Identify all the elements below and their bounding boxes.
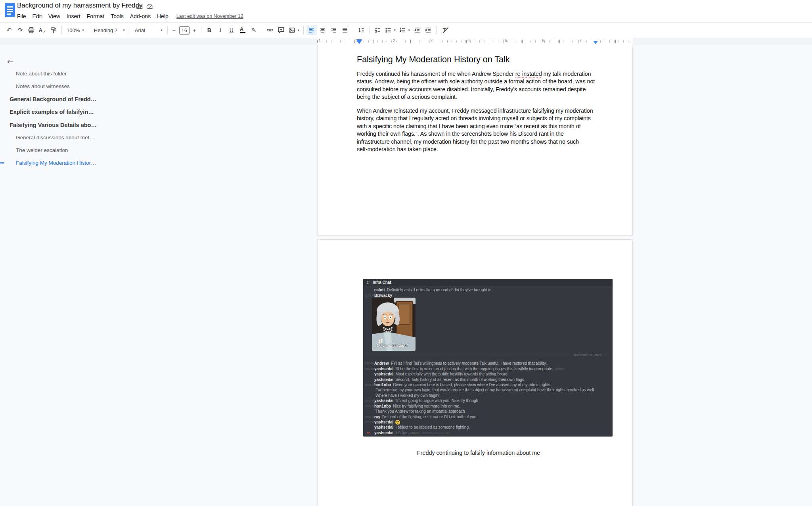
toolbar-divider <box>89 26 89 34</box>
align-right-button[interactable] <box>329 25 339 35</box>
outline-item[interactable]: Explicit examples of falsifyin… <box>10 109 94 115</box>
chevron-down-icon: ▾ <box>123 28 125 32</box>
numbered-list-icon <box>399 27 406 34</box>
zoom-select[interactable]: 100% ▾ <box>64 27 86 33</box>
menu-add-ons[interactable]: Add-ons <box>127 12 154 20</box>
chat-message-continuation: Furthermore, by your own logic, that wou… <box>363 387 613 392</box>
highlight-color-button[interactable]: ✎ <box>249 25 259 35</box>
outline-item[interactable]: The welder escalation <box>16 147 68 153</box>
menu-bar: File Edit View Insert Format Tools Add-o… <box>16 12 243 20</box>
menu-tools[interactable]: Tools <box>107 12 127 20</box>
increase-indent-button[interactable] <box>423 25 433 35</box>
move-to-folder-icon[interactable] <box>136 4 143 9</box>
text-color-button[interactable]: A <box>237 25 248 35</box>
paragraph-1[interactable]: status. Andrew, being the officer with s… <box>357 78 600 101</box>
insert-link-button[interactable] <box>265 25 275 35</box>
toolbar: ↶ ↷ A ✓ 100% ▾ Heading 2 ▾ <box>0 23 812 38</box>
chat-message-row: ealott Definitely ants. Looks like a mou… <box>363 287 613 292</box>
document-heading[interactable]: Falsifying My Moderation History on Talk <box>357 55 510 65</box>
chat-message-row: 10:09 AMrayI'm tired of the fighting, cu… <box>363 414 613 419</box>
underline-icon: U <box>230 27 234 33</box>
chat-message-row: yashsedaiI object to be labeled as someo… <box>363 425 613 430</box>
toolbar-divider <box>436 26 437 34</box>
chat-message-row: 10:10 AMyashsedai <box>363 419 613 425</box>
menu-format[interactable]: Format <box>84 12 107 20</box>
outline-item[interactable]: Note about this folder <box>16 71 67 77</box>
right-indent-marker[interactable] <box>593 41 598 44</box>
align-left-icon <box>308 27 315 34</box>
outline-item[interactable]: Falsifying Various Details abo… <box>10 122 97 128</box>
align-center-button[interactable] <box>318 25 328 35</box>
chat-message-row: 10:07 AMhon1nboNice try falsifying yet m… <box>363 404 613 409</box>
chat-message-continuation: Thank you Andrew for taking an impartial… <box>363 409 613 414</box>
numbered-list-button[interactable]: ▾ <box>398 25 411 35</box>
eyeroll-emoji-icon <box>395 420 400 425</box>
toolbar-divider <box>262 26 262 34</box>
outline-item-active[interactable]: Falsifying My Moderation Histor… <box>16 160 96 166</box>
align-left-button[interactable] <box>306 25 317 35</box>
undo-button[interactable]: ↶ <box>4 25 14 35</box>
menu-insert[interactable]: Insert <box>63 12 84 20</box>
outline-item[interactable]: General discussions about met… <box>16 135 95 140</box>
toolbar-divider <box>167 26 168 34</box>
toolbar-divider <box>369 26 370 34</box>
underline-button[interactable]: U <box>226 25 237 35</box>
close-outline-icon[interactable]: ← <box>7 57 14 66</box>
indent-icon <box>425 27 432 34</box>
chevron-down-icon: ▾ <box>408 28 410 32</box>
clear-formatting-button[interactable]: T <box>439 25 450 35</box>
paragraph-style-select[interactable]: Heading 2 ▾ <box>92 27 127 33</box>
paragraph-line[interactable]: Freddy continued his harassment of me wh… <box>357 70 600 78</box>
redo-button[interactable]: ↷ <box>15 25 25 35</box>
paragraph-2[interactable]: When Andrew reinstated my account, Fredd… <box>357 107 600 153</box>
insert-image-button[interactable]: ▾ <box>287 25 301 35</box>
bold-button[interactable]: B <box>204 25 214 35</box>
google-docs-logo-icon[interactable] <box>5 3 15 17</box>
document-status-cloud-icon[interactable] <box>146 4 153 9</box>
checklist-button[interactable] <box>372 25 383 35</box>
text-color-icon: A <box>240 27 245 34</box>
edited-tag: (edited) <box>555 367 565 370</box>
link-icon <box>266 27 274 34</box>
embedded-discord-screenshot[interactable]: Infra Chat ealott Definitely ants. Looks… <box>363 279 613 437</box>
add-comment-button[interactable] <box>276 25 286 35</box>
print-button[interactable] <box>26 25 36 35</box>
font-family-select[interactable]: Arial ▾ <box>132 27 165 33</box>
font-size-input[interactable]: 16 <box>179 26 190 35</box>
highlighter-icon: ✎ <box>251 27 256 34</box>
image-caption[interactable]: Freddy continuing to falsify information… <box>357 450 600 456</box>
toolbar-divider <box>130 26 130 34</box>
menu-file[interactable]: File <box>16 12 29 20</box>
ruler-page-band: 1 1 2 3 4 5 6 7 <box>317 38 633 45</box>
meme-image[interactable]: Do you want ants? <box>372 298 416 351</box>
horizontal-ruler[interactable]: 1 1 2 3 4 5 6 7 <box>0 38 812 45</box>
image-icon <box>288 27 295 34</box>
bulleted-list-button[interactable]: ▾ <box>383 25 397 35</box>
justify-icon <box>341 27 349 34</box>
outline-item[interactable]: General Background of Fredd… <box>10 96 96 102</box>
menu-view[interactable]: View <box>45 12 63 20</box>
star-icon[interactable]: ☆ <box>124 3 129 9</box>
decrease-indent-button[interactable] <box>412 25 422 35</box>
discord-channel-title: Infra Chat <box>373 280 391 285</box>
justify-button[interactable] <box>340 25 350 35</box>
last-edit-link[interactable]: Last edit was on November 12 <box>176 13 243 19</box>
date-divider-label: November 11, 2021 <box>571 353 604 357</box>
toolbar-divider <box>353 26 353 34</box>
increase-font-size-button[interactable]: + <box>191 25 198 35</box>
outline-item[interactable]: Notes about witnesses <box>16 83 70 89</box>
chevron-down-icon: ▾ <box>82 28 84 32</box>
menu-edit[interactable]: Edit <box>29 12 45 20</box>
bold-icon: B <box>207 27 211 33</box>
decrease-font-size-button[interactable]: − <box>170 25 178 35</box>
menu-help[interactable]: Help <box>154 12 172 20</box>
italic-button[interactable]: I <box>215 25 226 35</box>
leave-arrow-icon: ← <box>364 430 374 435</box>
toolbar-divider <box>303 26 304 34</box>
paint-format-button[interactable] <box>48 25 59 35</box>
left-indent-marker[interactable] <box>357 41 362 44</box>
member-left-row: ←yashsedaileft the group.Yesterday at 10… <box>363 430 613 435</box>
spellcheck-button[interactable]: A ✓ <box>37 25 48 35</box>
line-spacing-button[interactable] <box>356 25 366 35</box>
italic-icon: I <box>219 27 221 33</box>
